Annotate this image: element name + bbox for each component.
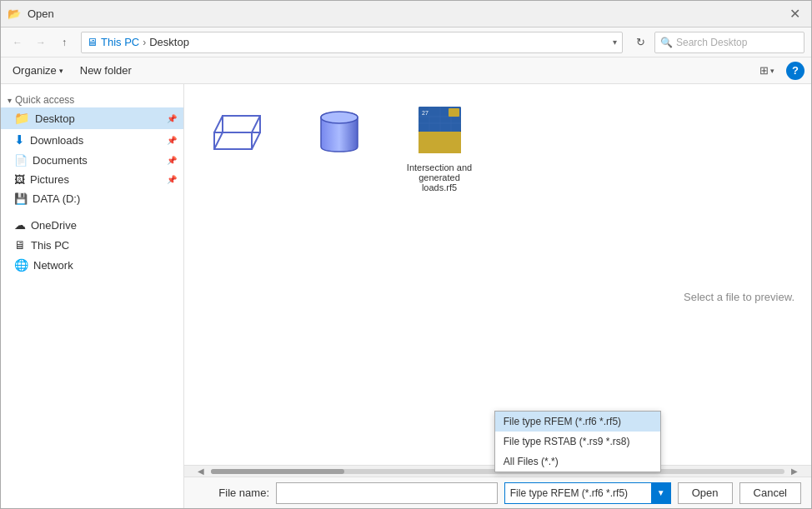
svg-line-5 bbox=[252, 132, 260, 149]
svg-rect-17 bbox=[419, 132, 461, 153]
svg-line-4 bbox=[214, 132, 223, 149]
title-bar: 📂 Open ✕ bbox=[1, 1, 811, 27]
bottom-bar: File name: File type RFEM (*.rf6 *.rf5) … bbox=[184, 477, 811, 508]
file-label-rf5: Intersection and generated loads.rf5 bbox=[401, 162, 478, 192]
dropdown-option-rstab[interactable]: File type RSTAB (*.rs9 *.rs8) bbox=[495, 432, 660, 452]
svg-point-14 bbox=[321, 112, 358, 123]
refresh-button[interactable]: ↻ bbox=[629, 32, 651, 53]
file-item-frame[interactable] bbox=[198, 97, 281, 196]
svg-line-2 bbox=[214, 116, 223, 132]
open-button[interactable]: Open bbox=[678, 482, 733, 504]
network-icon: 🌐 bbox=[14, 258, 28, 272]
sidebar-item-downloads-label: Downloads bbox=[30, 134, 83, 147]
sidebar-item-onedrive-label: OneDrive bbox=[31, 219, 77, 232]
drive-icon: 💾 bbox=[14, 192, 28, 205]
desktop-pin-icon: 📌 bbox=[167, 114, 177, 123]
window-title: Open bbox=[28, 7, 54, 20]
organize-button[interactable]: Organize ▾ bbox=[8, 62, 68, 79]
sidebar-item-pictures-label: Pictures bbox=[30, 173, 69, 186]
desktop-folder-icon: 📁 bbox=[14, 111, 30, 126]
title-bar-left: 📂 Open bbox=[8, 7, 54, 20]
sidebar: ▾ Quick access 📁 Desktop 📌 ⬇ Downloads 📌… bbox=[1, 84, 184, 508]
downloads-pin-icon: 📌 bbox=[167, 136, 177, 145]
sidebar-item-pictures[interactable]: 🖼 Pictures 📌 bbox=[1, 170, 183, 189]
address-separator: › bbox=[143, 37, 146, 48]
search-icon: 🔍 bbox=[660, 37, 673, 48]
view-dropdown-icon: ▾ bbox=[770, 67, 774, 75]
sidebar-item-network[interactable]: 🌐 Network bbox=[1, 255, 183, 275]
view-button[interactable]: ⊞ ▾ bbox=[754, 62, 779, 79]
back-button[interactable]: ← bbox=[8, 32, 28, 52]
file-type-dropdown: File type RFEM (*.rf6 *.rf5) File type R… bbox=[494, 411, 661, 472]
sidebar-item-data-d-label: DATA (D:) bbox=[33, 192, 80, 205]
svg-rect-24 bbox=[449, 108, 459, 117]
new-folder-label: New folder bbox=[80, 64, 132, 77]
close-button[interactable]: ✕ bbox=[784, 4, 804, 24]
quick-access-chevron: ▾ bbox=[8, 96, 12, 105]
window-icon: 📂 bbox=[8, 7, 21, 20]
documents-pin-icon: 📌 bbox=[167, 156, 177, 165]
sidebar-item-documents[interactable]: 📄 Documents 📌 bbox=[1, 151, 183, 170]
pictures-pin-icon: 📌 bbox=[167, 175, 177, 184]
address-dropdown-arrow[interactable]: ▾ bbox=[613, 37, 617, 47]
sidebar-item-thispc-label: This PC bbox=[31, 239, 69, 252]
content-area: 27 Intersection and generated loads.rf5 … bbox=[184, 84, 811, 508]
sidebar-item-desktop-label: Desktop bbox=[35, 112, 75, 125]
new-folder-button[interactable]: New folder bbox=[75, 62, 137, 79]
dropdown-option-all[interactable]: All Files (*.*) bbox=[495, 452, 660, 472]
preview-text: Select a file to preview. bbox=[684, 290, 794, 302]
quick-access-header[interactable]: ▾ Quick access bbox=[1, 91, 183, 107]
file-name-input[interactable] bbox=[276, 482, 498, 504]
svg-text:27: 27 bbox=[422, 110, 429, 116]
scroll-right-arrow[interactable]: ▶ bbox=[791, 467, 798, 476]
address-pc-icon: 🖥 bbox=[87, 36, 98, 48]
file-type-wrapper: File type RFEM (*.rf6 *.rf5) ▼ File type… bbox=[504, 482, 671, 504]
sidebar-item-onedrive[interactable]: ☁ OneDrive bbox=[1, 215, 183, 235]
help-button[interactable]: ? bbox=[786, 62, 804, 80]
thispc-icon: 🖥 bbox=[14, 238, 26, 252]
sidebar-item-data-d[interactable]: 💾 DATA (D:) bbox=[1, 189, 183, 208]
search-placeholder: Search Desktop bbox=[676, 37, 747, 48]
svg-rect-1 bbox=[223, 116, 260, 132]
scroll-thumb[interactable] bbox=[211, 469, 344, 474]
organize-label: Organize bbox=[13, 64, 57, 77]
organize-dropdown-icon: ▾ bbox=[59, 67, 63, 75]
address-bar[interactable]: 🖥 This PC › Desktop ▾ bbox=[81, 32, 623, 53]
pictures-icon: 🖼 bbox=[14, 173, 25, 186]
documents-icon: 📄 bbox=[14, 154, 28, 167]
onedrive-icon: ☁ bbox=[14, 218, 26, 232]
dropdown-option-rfem[interactable]: File type RFEM (*.rf6 *.rf5) bbox=[495, 412, 660, 432]
file-item-rf5[interactable]: 27 Intersection and generated loads.rf5 bbox=[398, 97, 481, 196]
sidebar-item-network-label: Network bbox=[33, 259, 73, 272]
quick-access-label: Quick access bbox=[15, 94, 74, 106]
forward-button[interactable]: → bbox=[31, 32, 51, 52]
sidebar-item-downloads[interactable]: ⬇ Downloads 📌 bbox=[1, 129, 183, 151]
file-icon-3d-cylinder bbox=[306, 101, 373, 159]
file-item-cylinder[interactable] bbox=[298, 97, 381, 196]
scroll-left-arrow[interactable]: ◀ bbox=[198, 467, 204, 476]
file-type-select[interactable]: File type RFEM (*.rf6 *.rf5) bbox=[504, 482, 671, 504]
sidebar-item-desktop[interactable]: 📁 Desktop 📌 bbox=[1, 107, 183, 129]
svg-rect-0 bbox=[214, 132, 252, 149]
file-type-dropdown-arrow[interactable]: ▼ bbox=[651, 482, 671, 504]
address-toolbar: ← → ↑ 🖥 This PC › Desktop ▾ ↻ 🔍 Search D… bbox=[1, 27, 811, 57]
svg-line-3 bbox=[252, 116, 260, 132]
file-icon-rf5: 27 bbox=[406, 101, 473, 159]
address-crumb: This PC bbox=[101, 36, 139, 48]
secondary-toolbar: Organize ▾ New folder ⊞ ▾ ? bbox=[1, 57, 811, 84]
file-grid: 27 Intersection and generated loads.rf5 … bbox=[184, 84, 811, 465]
up-button[interactable]: ↑ bbox=[54, 32, 74, 52]
open-dialog: 📂 Open ✕ ← → ↑ 🖥 This PC › Desktop ▾ ↻ 🔍… bbox=[0, 0, 812, 509]
preview-panel: Select a file to preview. bbox=[684, 290, 794, 302]
cancel-button[interactable]: Cancel bbox=[739, 482, 801, 504]
search-bar[interactable]: 🔍 Search Desktop bbox=[654, 32, 804, 53]
sidebar-item-thispc[interactable]: 🖥 This PC bbox=[1, 235, 183, 255]
main-area: ▾ Quick access 📁 Desktop 📌 ⬇ Downloads 📌… bbox=[1, 84, 811, 508]
sidebar-item-documents-label: Documents bbox=[33, 154, 88, 167]
view-icon: ⊞ bbox=[759, 64, 769, 77]
address-current: Desktop bbox=[149, 36, 189, 48]
file-name-label: File name: bbox=[194, 487, 269, 499]
file-icon-3d-frame bbox=[206, 101, 273, 159]
downloads-icon: ⬇ bbox=[14, 132, 25, 147]
